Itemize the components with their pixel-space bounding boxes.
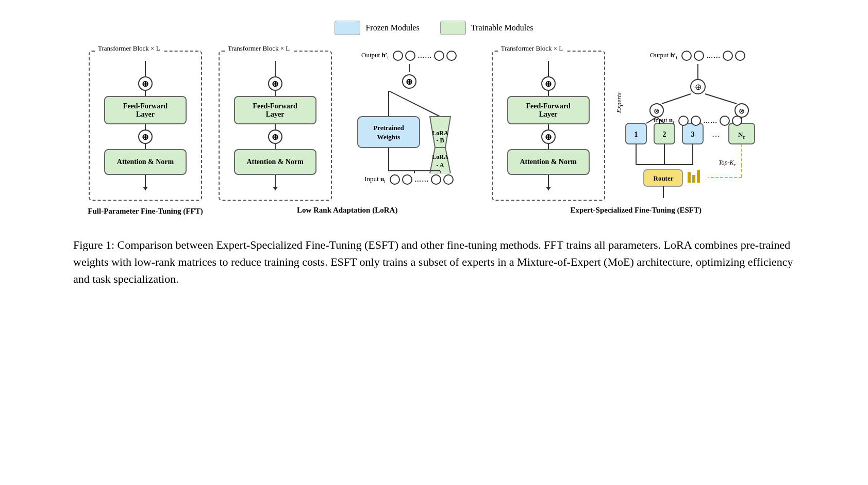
svg-text:LoRA: LoRA <box>432 130 448 137</box>
fft-ff-layer: Feed-ForwardLayer <box>104 96 187 124</box>
esft-caption: Expert-Specialized Fine-Tuning (ESFT) <box>570 206 701 215</box>
svg-text:Weights: Weights <box>377 133 400 141</box>
svg-text:3: 3 <box>691 131 694 138</box>
lora-plus-combine: ⊕ <box>402 74 416 89</box>
esft-plus-mid: ⊕ <box>541 130 556 144</box>
svg-line-22 <box>662 94 691 104</box>
lora-input-label: Input ut <box>364 175 386 184</box>
lora-transformer-block: Transformer Block × L ⊕ Feed-ForwardLaye… <box>219 51 332 201</box>
lora-output-label: Output h′t <box>361 51 389 60</box>
fft-plus-top: ⊕ <box>138 76 153 91</box>
lora-transformer-diagram: Transformer Block × L ⊕ Feed-ForwardLaye… <box>219 51 332 201</box>
svg-text:⊗: ⊗ <box>739 107 745 115</box>
svg-rect-44 <box>692 175 695 183</box>
lora-output-row: Output h′t …… <box>361 51 457 61</box>
esft-input-label: Input ut <box>653 116 674 125</box>
esft-transformer-block-area: Transformer Block × L ⊕ Feed-ForwardLaye… <box>492 51 605 201</box>
svg-marker-8 <box>430 148 450 173</box>
out-node-4 <box>446 51 457 61</box>
esft-output-row: Output h′t …… <box>650 51 745 61</box>
svg-rect-45 <box>697 170 700 183</box>
lora-plus-mid: ⊕ <box>268 130 282 144</box>
fft-attn-norm: Attention & Norm <box>104 149 187 175</box>
svg-text:Pretrained: Pretrained <box>373 124 404 132</box>
svg-rect-43 <box>688 172 691 183</box>
lora-block-title: Transformer Block × L <box>225 44 293 53</box>
svg-text:LoRA: LoRA <box>432 153 448 160</box>
esft-plus-top: ⊕ <box>541 76 556 91</box>
esft-section: Transformer Block × L ⊕ Feed-ForwardLaye… <box>492 51 780 201</box>
svg-text:Top-Kr: Top-Kr <box>719 159 736 167</box>
esft-internals-svg: ⊕ ⊗ ⊗ 1 2 <box>615 64 780 198</box>
esft-output-label: Output h′t <box>650 51 677 60</box>
esft-attn-norm: Attention & Norm <box>507 149 590 175</box>
fft-transformer-block: Transformer Block × L ⊕ Feed-ForwardLaye… <box>89 51 202 201</box>
svg-text:⊗: ⊗ <box>654 107 660 115</box>
frozen-legend-box <box>335 21 360 35</box>
svg-text:- A: - A <box>436 161 444 169</box>
lora-ff-layer: Feed-ForwardLayer <box>234 96 316 124</box>
esft-block-title: Transformer Block × L <box>498 44 566 53</box>
trainable-legend-box <box>440 21 466 35</box>
lora-plus-top: ⊕ <box>268 76 282 91</box>
lora-detail-diagram: Output h′t …… ⊕ <box>342 51 476 185</box>
fft-plus-mid: ⊕ <box>138 130 153 144</box>
fft-block-title: Transformer Block × L <box>95 44 163 53</box>
fft-caption: Full-Parameter Fine-Tuning (FFT) <box>88 207 203 216</box>
in-node-4 <box>443 174 454 185</box>
svg-text:Router: Router <box>653 174 673 182</box>
esft-diagram: Transformer Block × L ⊕ Feed-ForwardLaye… <box>492 51 780 215</box>
svg-text:…: … <box>712 130 720 138</box>
in-node-1 <box>390 174 400 185</box>
svg-line-23 <box>705 94 737 104</box>
lora-caption: Low Rank Adaptation (LoRA) <box>297 206 397 215</box>
lora-section: Transformer Block × L ⊕ Feed-ForwardLaye… <box>219 51 476 215</box>
lora-wrapper: Transformer Block × L ⊕ Feed-ForwardLaye… <box>219 51 476 201</box>
lora-attn-norm: Attention & Norm <box>234 149 316 175</box>
trainable-legend-label: Trainable Modules <box>471 23 533 33</box>
trainable-legend-item: Trainable Modules <box>440 21 533 35</box>
frozen-legend-item: Frozen Modules <box>335 21 419 35</box>
svg-text:1: 1 <box>634 131 638 138</box>
svg-text:2: 2 <box>662 131 666 138</box>
diagrams-row: Transformer Block × L ⊕ Feed-ForwardLaye… <box>31 51 837 216</box>
esft-transformer-block: Transformer Block × L ⊕ Feed-ForwardLaye… <box>492 51 605 201</box>
svg-line-1 <box>389 91 440 117</box>
legend: Frozen Modules Trainable Modules <box>335 21 533 35</box>
svg-text:⊕: ⊕ <box>694 83 701 91</box>
svg-text:- B: - B <box>436 137 444 144</box>
esft-ff-layer: Feed-ForwardLayer <box>507 96 590 124</box>
figure-caption: Figure 1: Comparison between Expert-Spec… <box>73 236 795 287</box>
out-node-1 <box>393 51 403 61</box>
lora-input-row: Input ut …… <box>364 174 454 185</box>
experts-label: Experts <box>615 79 623 126</box>
in-node-2 <box>402 174 412 185</box>
esft-input-row: Input ut …… <box>653 116 742 126</box>
svg-rect-2 <box>358 117 420 148</box>
out-node-3 <box>434 51 444 61</box>
esft-moe-detail: Output h′t …… ⊕ <box>615 51 780 126</box>
frozen-legend-label: Frozen Modules <box>365 23 419 33</box>
fft-diagram: Transformer Block × L ⊕ Feed-ForwardLaye… <box>88 51 203 216</box>
lora-branches-svg: Pretrained Weights LoRA - B LoRA - A <box>342 91 476 173</box>
in-node-3 <box>431 174 441 185</box>
out-node-2 <box>405 51 415 61</box>
